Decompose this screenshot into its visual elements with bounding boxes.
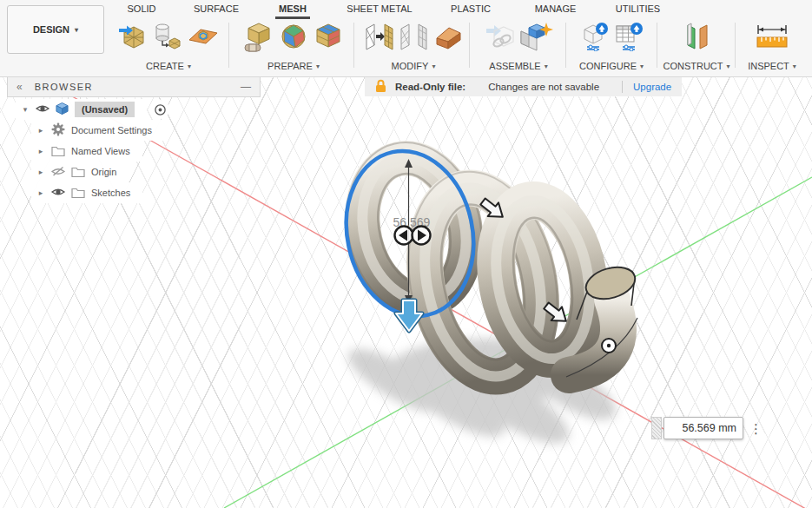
chevron-down-icon: ▾ <box>793 63 796 70</box>
chevron-right-icon[interactable]: ▸ <box>36 168 45 176</box>
visibility-eye-icon[interactable] <box>36 103 50 115</box>
folder-icon <box>51 145 65 158</box>
insert-cylinder-icon[interactable] <box>153 22 182 51</box>
prepare-mesh-icon[interactable] <box>243 21 274 52</box>
tab-manage[interactable]: MANAGE <box>514 0 597 17</box>
component-cube-icon <box>56 102 69 117</box>
tab-utilities[interactable]: UTILITIES <box>597 0 679 17</box>
collapse-panel-icon[interactable]: « <box>17 81 23 93</box>
chevron-down-icon: ▾ <box>727 63 730 70</box>
ribbon-group-inspect: INSPECT▾ <box>736 19 808 73</box>
dimension-drag-handle[interactable] <box>651 417 662 439</box>
minimize-panel-icon[interactable]: — <box>241 81 251 93</box>
visibility-eye-icon[interactable] <box>51 187 65 199</box>
browser-row-named-views[interactable]: ▸ Named Views <box>31 141 261 162</box>
read-only-label: Read-Only file: <box>395 82 465 92</box>
assemble-menu[interactable]: ASSEMBLE▾ <box>489 61 547 73</box>
chevron-down-icon: ▾ <box>188 63 191 70</box>
tab-plastic[interactable]: PLASTIC <box>427 0 514 17</box>
workspace-switcher[interactable]: DESIGN ▾ <box>7 5 104 54</box>
wedge-icon[interactable] <box>433 23 463 50</box>
toolbar: DESIGN ▾ SOLID SURFACE MESH SHEET METAL … <box>0 0 812 77</box>
kebab-menu-icon[interactable]: ⋮ <box>749 422 762 435</box>
dimension-anchor-point[interactable] <box>602 339 616 353</box>
dimension-input-widget: ⋮ <box>651 417 762 439</box>
ribbon-group-prepare: PREPARE▾ <box>234 19 353 73</box>
mesh-cube-icon[interactable] <box>313 21 344 52</box>
ribbon-group-modify: MODIFY▾ <box>358 19 469 73</box>
chevron-down-icon: ▾ <box>545 63 548 70</box>
modify-menu[interactable]: MODIFY▾ <box>392 61 436 73</box>
combine-icon[interactable] <box>520 21 553 52</box>
browser-title: BROWSER <box>35 82 93 92</box>
browser-row-document-settings[interactable]: ▸ Document Settings <box>31 120 261 141</box>
read-only-banner: Read-Only file: Changes are not savable … <box>365 76 682 96</box>
prepare-menu[interactable]: PREPARE▾ <box>267 61 320 73</box>
read-only-message: Changes are not savable <box>488 82 599 92</box>
browser-row-sketches[interactable]: ▸ Sketches <box>31 182 261 203</box>
chevron-right-icon[interactable]: ▸ <box>36 126 45 135</box>
configure-menu[interactable]: CONFIGURE▾ <box>579 61 644 73</box>
folder-icon <box>71 187 85 200</box>
row-label: Document Settings <box>71 125 152 135</box>
browser-row-root[interactable]: ▾ (Unsaved) <box>16 99 261 120</box>
browser-header: « BROWSER — <box>7 76 261 97</box>
browser-row-origin[interactable]: ▸ Origin <box>31 162 261 182</box>
create-mesh-icon[interactable] <box>117 22 149 51</box>
folder-icon <box>71 166 85 179</box>
row-label: Origin <box>91 167 116 177</box>
chevron-right-icon[interactable]: ▸ <box>36 188 45 197</box>
browser-tree: ▾ (Unsaved) ▸ Document Settings <box>7 99 261 203</box>
document-name[interactable]: (Unsaved) <box>75 102 135 117</box>
inspect-menu[interactable]: INSPECT▾ <box>748 61 796 73</box>
construct-menu[interactable]: CONSTRUCT▾ <box>663 61 729 73</box>
chevron-down-icon: ▾ <box>432 63 435 70</box>
chevron-down-icon: ▾ <box>640 63 644 70</box>
chevron-down-icon: ▾ <box>75 26 78 34</box>
lock-icon <box>375 79 386 95</box>
gear-icon <box>51 122 65 138</box>
workspace-label: DESIGN <box>33 24 69 35</box>
ribbon-group-assemble: ASSEMBLE▾ <box>473 19 564 73</box>
upgrade-link[interactable]: Upgrade <box>633 82 671 92</box>
tab-sheet-metal[interactable]: SHEET METAL <box>332 0 427 17</box>
ribbon-group-create: CREATE▾ <box>109 19 228 73</box>
joint-icon[interactable] <box>485 22 516 51</box>
reduce-mesh-icon[interactable] <box>399 22 429 51</box>
row-label: Sketches <box>91 188 130 198</box>
configuration-table-icon[interactable] <box>614 22 644 51</box>
construction-plane-icon[interactable] <box>681 21 712 52</box>
measure-icon[interactable] <box>754 23 790 49</box>
insert-mesh-plane-icon[interactable] <box>187 23 220 49</box>
dimension-input[interactable] <box>664 422 743 434</box>
ribbon-group-construct: CONSTRUCT▾ <box>658 19 735 73</box>
chevron-down-icon: ▾ <box>316 63 320 70</box>
visibility-off-eye-icon[interactable] <box>51 166 65 179</box>
remesh-icon[interactable] <box>364 22 395 51</box>
chevron-right-icon[interactable]: ▸ <box>36 147 45 155</box>
chevron-down-icon[interactable]: ▾ <box>21 105 30 114</box>
ribbon-tabs: SOLID SURFACE MESH SHEET METAL PLASTIC M… <box>104 0 679 17</box>
ribbon-group-configure: CONFIGURE▾ <box>568 19 655 73</box>
tab-solid[interactable]: SOLID <box>104 0 179 17</box>
mesh-color-icon[interactable] <box>279 22 308 51</box>
configure-icon[interactable] <box>580 22 610 51</box>
tab-surface[interactable]: SURFACE <box>179 0 254 17</box>
row-label: Named Views <box>71 146 130 156</box>
activate-component-radio[interactable] <box>150 100 169 119</box>
tab-mesh[interactable]: MESH <box>254 0 332 17</box>
create-menu[interactable]: CREATE▾ <box>146 61 191 73</box>
browser-panel: « BROWSER — ▾ (Unsaved) ▸ <box>7 76 261 203</box>
